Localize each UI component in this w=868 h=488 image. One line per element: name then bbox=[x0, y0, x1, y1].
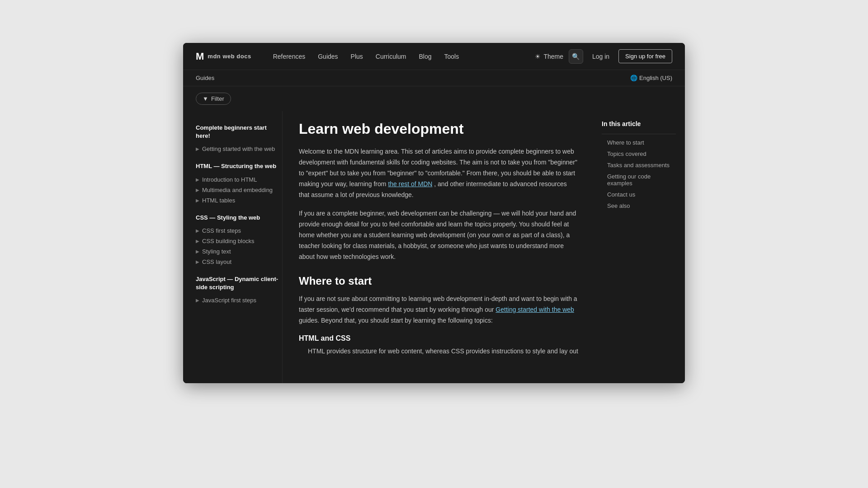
html-css-p: HTML provides structure for web content,… bbox=[308, 346, 578, 357]
nav-curriculum[interactable]: Curriculum bbox=[370, 50, 412, 63]
article-title: Learn web development bbox=[299, 120, 578, 137]
nav-right: ☀ Theme 🔍 Log in Sign up for free bbox=[535, 49, 672, 64]
search-icon: 🔍 bbox=[572, 53, 580, 60]
where-to-start-p1: If you are not sure about committing to … bbox=[299, 294, 578, 326]
sidebar-item-css-building-blocks[interactable]: ▶ CSS building blocks bbox=[196, 236, 282, 246]
sidebar-item-label: CSS building blocks bbox=[202, 238, 255, 244]
sidebar: Complete beginners start here! ▶ Getting… bbox=[183, 111, 283, 383]
nav-references[interactable]: References bbox=[268, 50, 311, 63]
main-layout: Complete beginners start here! ▶ Getting… bbox=[183, 111, 685, 383]
toc-item-tasks[interactable]: Tasks and assessments bbox=[602, 160, 676, 171]
toc-item-see-also[interactable]: See also bbox=[602, 200, 676, 211]
sidebar-section-js: JavaScript — Dynamic client-side scripti… bbox=[196, 275, 282, 305]
getting-started-link[interactable]: Getting started with the web bbox=[495, 306, 574, 313]
nav-links: References Guides Plus Curriculum Blog T… bbox=[268, 50, 535, 63]
main-content: Learn web development Welcome to the MDN… bbox=[283, 111, 594, 383]
sidebar-item-label: Styling text bbox=[202, 248, 231, 255]
breadcrumb: Guides bbox=[196, 75, 214, 81]
sidebar-item-intro-html[interactable]: ▶ Introduction to HTML bbox=[196, 174, 282, 185]
intro-mdn-link[interactable]: the rest of MDN bbox=[388, 180, 432, 188]
filter-icon: ▼ bbox=[203, 95, 208, 102]
toc-divider bbox=[602, 134, 676, 134]
article-toc: In this article Where to start Topics co… bbox=[594, 111, 685, 383]
filter-label: Filter bbox=[211, 95, 224, 102]
browser-window: M mdn web docs References Guides Plus Cu… bbox=[183, 43, 685, 383]
sidebar-item-html-tables[interactable]: ▶ HTML tables bbox=[196, 195, 282, 206]
search-button[interactable]: 🔍 bbox=[569, 49, 583, 64]
sidebar-arrow-icon: ▶ bbox=[196, 228, 199, 233]
nav-blog[interactable]: Blog bbox=[414, 50, 437, 63]
html-css-heading: HTML and CSS bbox=[299, 334, 578, 343]
nav-guides[interactable]: Guides bbox=[312, 50, 343, 63]
toc-item-contact-us[interactable]: Contact us bbox=[602, 189, 676, 200]
login-button[interactable]: Log in bbox=[589, 50, 613, 63]
sidebar-section-beginners: Complete beginners start here! ▶ Getting… bbox=[196, 124, 282, 154]
theme-icon: ☀ bbox=[535, 53, 541, 60]
theme-label: Theme bbox=[543, 53, 563, 60]
sidebar-section-beginners-title: Complete beginners start here! bbox=[196, 124, 282, 140]
article-intro-p1: Welcome to the MDN learning area. This s… bbox=[299, 146, 578, 200]
filter-bar: ▼ Filter bbox=[183, 86, 685, 111]
sidebar-item-multimedia[interactable]: ▶ Multimedia and embedding bbox=[196, 185, 282, 195]
sidebar-section-html-title: HTML — Structuring the web bbox=[196, 162, 282, 170]
sidebar-item-label: Getting started with the web bbox=[202, 145, 275, 152]
sidebar-section-css: CSS — Styling the web ▶ CSS first steps … bbox=[196, 214, 282, 267]
toc-item-code-examples[interactable]: Getting our code examples bbox=[602, 171, 676, 189]
sidebar-arrow-icon: ▶ bbox=[196, 146, 199, 151]
sidebar-arrow-icon: ▶ bbox=[196, 198, 199, 203]
sidebar-item-label: CSS first steps bbox=[202, 227, 241, 234]
sidebar-item-label: JavaScript first steps bbox=[202, 297, 256, 304]
signup-button[interactable]: Sign up for free bbox=[618, 49, 672, 63]
sidebar-arrow-icon: ▶ bbox=[196, 177, 199, 182]
sidebar-item-label: HTML tables bbox=[202, 197, 235, 204]
sidebar-item-label: Multimedia and embedding bbox=[202, 187, 273, 193]
sidebar-section-html: HTML — Structuring the web ▶ Introductio… bbox=[196, 162, 282, 205]
nav-plus[interactable]: Plus bbox=[345, 50, 368, 63]
sidebar-arrow-icon: ▶ bbox=[196, 188, 199, 192]
theme-button[interactable]: ☀ Theme bbox=[535, 53, 563, 60]
sidebar-arrow-icon: ▶ bbox=[196, 249, 199, 254]
sidebar-item-css-layout[interactable]: ▶ CSS layout bbox=[196, 257, 282, 267]
sidebar-section-css-title: CSS — Styling the web bbox=[196, 214, 282, 222]
sidebar-arrow-icon: ▶ bbox=[196, 298, 199, 303]
top-nav: M mdn web docs References Guides Plus Cu… bbox=[183, 43, 685, 70]
toc-title: In this article bbox=[602, 120, 676, 127]
sidebar-item-getting-started[interactable]: ▶ Getting started with the web bbox=[196, 144, 282, 154]
toc-item-where-to-start[interactable]: Where to start bbox=[602, 137, 676, 148]
sidebar-section-js-title: JavaScript — Dynamic client-side scripti… bbox=[196, 275, 282, 291]
where-text-after-link: guides. Beyond that, you should start by… bbox=[299, 317, 493, 324]
where-to-start-heading: Where to start bbox=[299, 275, 578, 287]
article-intro-p2: If you are a complete beginner, web deve… bbox=[299, 208, 578, 262]
filter-button[interactable]: ▼ Filter bbox=[196, 93, 231, 105]
toc-item-topics-covered[interactable]: Topics covered bbox=[602, 148, 676, 160]
breadcrumb-bar: Guides 🌐 English (US) bbox=[183, 70, 685, 86]
sidebar-item-label: Introduction to HTML bbox=[202, 176, 257, 183]
sidebar-arrow-icon: ▶ bbox=[196, 259, 199, 264]
sidebar-item-label: CSS layout bbox=[202, 258, 231, 265]
sidebar-item-css-first-steps[interactable]: ▶ CSS first steps bbox=[196, 225, 282, 236]
sidebar-item-styling-text[interactable]: ▶ Styling text bbox=[196, 246, 282, 257]
logo[interactable]: M mdn web docs bbox=[196, 51, 251, 62]
sidebar-item-js-first-steps[interactable]: ▶ JavaScript first steps bbox=[196, 295, 282, 305]
logo-text: mdn web docs bbox=[208, 53, 251, 60]
logo-m-icon: M bbox=[196, 51, 204, 62]
nav-tools[interactable]: Tools bbox=[439, 50, 465, 63]
sidebar-arrow-icon: ▶ bbox=[196, 239, 199, 244]
language-selector[interactable]: 🌐 English (US) bbox=[630, 75, 672, 81]
